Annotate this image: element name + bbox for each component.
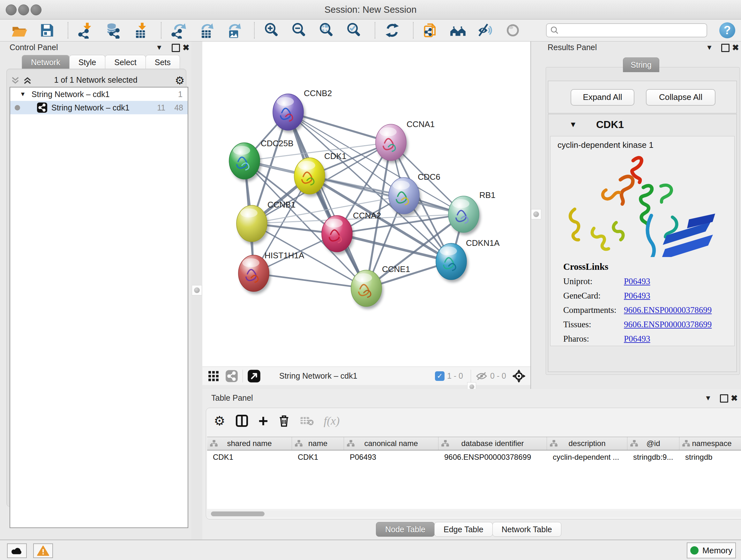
- network-node-ccne1[interactable]: CCNE1: [351, 264, 410, 309]
- float-panel-icon[interactable]: [172, 44, 180, 52]
- left-splitter[interactable]: [192, 42, 202, 540]
- crosslinks-section: CrossLinks Uniprot:P06493GeneCard:P06493…: [563, 261, 712, 344]
- tab-node-table[interactable]: Node Table: [376, 522, 434, 537]
- close-panel-icon[interactable]: ✖: [183, 43, 190, 53]
- tab-style[interactable]: Style: [69, 55, 106, 69]
- export-image-icon: [225, 22, 242, 39]
- memory-button[interactable]: Memory: [687, 543, 736, 558]
- tab-sets[interactable]: Sets: [145, 55, 180, 69]
- table-cell[interactable]: 9606.ENSP00000378699: [439, 450, 547, 464]
- table-row[interactable]: CDK1CDK1P064939606.ENSP00000378699cyclin…: [207, 450, 741, 464]
- tab-edge-table[interactable]: Edge Table: [434, 522, 493, 537]
- string-network-badge-icon[interactable]: [225, 370, 238, 382]
- import-table-button[interactable]: [131, 22, 149, 39]
- string-results-box: Expand All Collapse All ▼ CDK1 cyclin-de…: [546, 67, 740, 375]
- save-session-button[interactable]: [38, 22, 56, 39]
- network-node-rb1[interactable]: RB1: [448, 190, 495, 235]
- collection-count: 1: [178, 90, 183, 99]
- crosslink-link[interactable]: P06493: [624, 291, 650, 301]
- refresh-button[interactable]: [384, 22, 401, 39]
- right-splitter-collapse-button[interactable]: [531, 209, 541, 219]
- cloud-status-button[interactable]: [7, 543, 27, 558]
- delete-column-icon[interactable]: [278, 414, 290, 428]
- edge-CCNB2-CCNE1[interactable]: [288, 112, 366, 288]
- table-cell[interactable]: P06493: [344, 450, 439, 464]
- export-network-button[interactable]: [170, 22, 187, 39]
- hide-glasses-button[interactable]: [477, 22, 494, 39]
- network-node-cdk1[interactable]: CDK1: [294, 151, 346, 197]
- tab-network[interactable]: Network: [22, 55, 70, 69]
- network-node-cdc6[interactable]: CDC6: [389, 172, 441, 216]
- collapse-triangle-icon[interactable]: ▼: [20, 91, 26, 98]
- crosslink-link[interactable]: P06493: [624, 334, 650, 344]
- column-header-canonical-name[interactable]: canonical name: [344, 437, 439, 450]
- table-cell[interactable]: CDK1: [207, 450, 292, 464]
- crosslink-link[interactable]: 9606.ENSP00000378699: [624, 305, 712, 315]
- zoom-fit-button[interactable]: [318, 22, 335, 39]
- grid-mode-icon[interactable]: [207, 370, 219, 382]
- network-node-label: CDK1: [324, 151, 346, 161]
- selected-nodes-checkbox-icon[interactable]: ✓: [435, 371, 445, 381]
- snapshot-button[interactable]: [422, 22, 439, 39]
- tab-select[interactable]: Select: [105, 55, 145, 69]
- network-node-hist1h1a[interactable]: HIST1H1A: [239, 251, 305, 294]
- tab-network-table[interactable]: Network Table: [492, 522, 561, 537]
- birds-eye-view-icon[interactable]: [247, 369, 261, 383]
- collapse-triangle-icon[interactable]: ▼: [569, 120, 577, 129]
- network-node-label: CDKN1A: [466, 238, 500, 248]
- column-header-shared-name[interactable]: shared name: [207, 437, 292, 450]
- collapse-all-button[interactable]: Collapse All: [646, 89, 716, 106]
- create-column-icon[interactable]: +: [259, 415, 268, 427]
- zoom-selected-button[interactable]: [345, 22, 362, 39]
- column-header--id[interactable]: @id: [627, 437, 679, 450]
- export-image-button[interactable]: [225, 22, 242, 39]
- show-columns-icon[interactable]: [235, 414, 249, 428]
- column-header-namespace[interactable]: namespace: [679, 437, 741, 450]
- column-header-name[interactable]: name: [292, 437, 344, 450]
- network-view-canvas[interactable]: CCNB2CCNA1CDC25BCDK1CDC6RB1CCNB1CCNA2CDK…: [202, 42, 530, 367]
- import-database-button[interactable]: [104, 22, 121, 39]
- gear-icon[interactable]: ⚙: [175, 74, 185, 87]
- crosslink-link[interactable]: P06493: [624, 276, 650, 287]
- zoom-in-button[interactable]: [263, 22, 280, 39]
- network-collection-row[interactable]: ▼ String Network – cdk1 1: [10, 87, 188, 101]
- network-node-cdkn1a[interactable]: CDKN1A: [436, 238, 500, 282]
- float-panel-icon[interactable]: [720, 394, 728, 402]
- column-header-database-identifier[interactable]: database identifier: [439, 437, 547, 450]
- table-cell[interactable]: stringdb: [679, 450, 741, 464]
- left-splitter-collapse-button[interactable]: [192, 285, 202, 295]
- expand-all-button[interactable]: Expand All: [570, 89, 634, 106]
- scrollbar-thumb[interactable]: [211, 511, 265, 516]
- export-table-button[interactable]: [197, 22, 214, 39]
- network-node-cdc25b[interactable]: CDC25B: [229, 138, 293, 182]
- warning-status-button[interactable]: [33, 543, 53, 558]
- column-header-description[interactable]: description: [547, 437, 627, 450]
- homes-button[interactable]: [449, 22, 467, 39]
- crosslink-link[interactable]: 9606.ENSP00000378699: [624, 320, 712, 329]
- help-button[interactable]: ?: [719, 22, 735, 38]
- table-cell[interactable]: stringdb:9...: [627, 450, 679, 464]
- network-node-ccnb2[interactable]: CCNB2: [273, 88, 332, 133]
- zoom-out-button[interactable]: [290, 22, 308, 39]
- tab-string[interactable]: String: [623, 57, 659, 72]
- table-gear-icon[interactable]: ⚙: [214, 414, 225, 428]
- close-panel-icon[interactable]: ✖: [731, 393, 738, 403]
- network-row[interactable]: String Network – cdk1 11 48: [10, 101, 188, 114]
- panel-menu-icon[interactable]: ▼: [704, 394, 712, 402]
- control-panel-tabs: NetworkStyleSelectSets: [22, 55, 180, 69]
- column-header-label: @id: [646, 439, 660, 448]
- eye-button[interactable]: [504, 22, 522, 39]
- protein-section-header[interactable]: ▼ CDK1: [548, 114, 737, 135]
- panel-menu-icon[interactable]: ▼: [156, 44, 163, 52]
- open-session-button[interactable]: [11, 22, 28, 39]
- collapse-all-trees-icon[interactable]: [10, 75, 20, 87]
- memory-ok-dot-icon: [690, 546, 698, 555]
- table-cell[interactable]: CDK1: [292, 450, 344, 464]
- import-network-button[interactable]: [77, 22, 94, 39]
- search-box[interactable]: [546, 23, 707, 37]
- search-input[interactable]: [559, 24, 706, 37]
- fit-selected-crosshair-icon[interactable]: [512, 369, 526, 383]
- table-horizontal-scrollbar[interactable]: [207, 511, 741, 517]
- network-node-ccna2[interactable]: CCNA2: [322, 211, 381, 254]
- table-cell[interactable]: cyclin-dependent ...: [547, 450, 627, 464]
